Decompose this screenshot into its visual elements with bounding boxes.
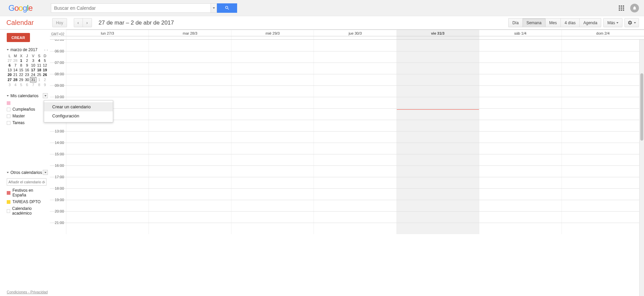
hour-cell[interactable]	[231, 51, 314, 63]
hour-cell[interactable]	[231, 132, 314, 143]
mini-day[interactable]: 24	[30, 72, 36, 77]
hour-cell[interactable]	[396, 109, 479, 120]
hour-cell[interactable]	[314, 97, 396, 108]
view-week[interactable]: Semana	[522, 18, 545, 27]
hour-cell[interactable]	[396, 166, 479, 177]
mini-day[interactable]: 27	[7, 77, 12, 82]
hour-cell[interactable]	[314, 154, 396, 165]
hour-cell[interactable]	[396, 63, 479, 74]
hour-cell[interactable]	[66, 154, 149, 165]
hour-cell[interactable]	[479, 120, 561, 131]
allday-cell[interactable]	[314, 36, 396, 39]
mini-day[interactable]: 5	[42, 58, 48, 63]
calendar-item[interactable]: TAREAS DPTO	[7, 198, 48, 205]
day-header[interactable]: lun 27/3	[66, 30, 149, 36]
view-4days[interactable]: 4 días	[560, 18, 579, 27]
mini-day[interactable]: 3	[30, 58, 36, 63]
hour-cell[interactable]	[314, 109, 396, 120]
prev-week-button[interactable]: ‹	[74, 18, 83, 27]
hour-cell[interactable]	[149, 223, 231, 234]
hour-cell[interactable]	[314, 74, 396, 85]
mini-day[interactable]: 8	[36, 82, 42, 87]
privacy-link[interactable]: Privacidad	[30, 290, 47, 294]
hour-cell[interactable]	[314, 189, 396, 200]
mini-day[interactable]: 31	[30, 77, 36, 82]
hour-cell[interactable]	[149, 40, 231, 51]
hour-cell[interactable]	[396, 74, 479, 85]
view-day[interactable]: Día	[508, 18, 522, 27]
hour-cell[interactable]	[66, 177, 149, 188]
hour-cell[interactable]	[149, 143, 231, 154]
mini-day[interactable]: 22	[18, 72, 24, 77]
mini-day[interactable]: 12	[42, 63, 48, 68]
allday-cell[interactable]	[149, 36, 231, 39]
hour-cell[interactable]	[561, 189, 644, 200]
hour-cell[interactable]	[396, 200, 479, 211]
hour-cell[interactable]	[149, 132, 231, 143]
mini-day[interactable]: 23	[24, 72, 30, 77]
hour-cell[interactable]	[479, 40, 561, 51]
hour-cell[interactable]	[66, 166, 149, 177]
more-button[interactable]: Más	[603, 18, 622, 27]
app-title[interactable]: Calendar	[6, 19, 34, 27]
hour-cell[interactable]	[561, 132, 644, 143]
hour-cell[interactable]	[231, 223, 314, 234]
mini-day[interactable]: 19	[42, 68, 48, 72]
day-header[interactable]: mié 29/3	[231, 30, 314, 36]
mini-day[interactable]: 26	[42, 72, 48, 77]
mini-day[interactable]: 9	[24, 63, 30, 68]
hour-cell[interactable]	[314, 63, 396, 74]
mini-next[interactable]: ›	[47, 48, 48, 52]
hour-cell[interactable]	[479, 166, 561, 177]
day-header[interactable]: vie 31/3	[396, 30, 479, 36]
mini-day[interactable]: 16	[24, 68, 30, 72]
mini-day[interactable]: 4	[36, 58, 42, 63]
mini-day[interactable]: 28	[12, 77, 18, 82]
hour-cell[interactable]	[149, 97, 231, 108]
hour-cell[interactable]	[396, 132, 479, 143]
hour-cell[interactable]	[314, 212, 396, 223]
hour-cell[interactable]	[66, 223, 149, 234]
hour-cell[interactable]	[231, 63, 314, 74]
mini-day[interactable]: 1	[36, 77, 42, 82]
mini-month-label[interactable]: marzo de 2017	[7, 47, 37, 52]
hour-cell[interactable]	[314, 132, 396, 143]
hour-cell[interactable]	[479, 74, 561, 85]
hour-cell[interactable]	[314, 51, 396, 63]
google-logo[interactable]: Google	[8, 3, 32, 13]
search-button[interactable]	[217, 3, 237, 13]
today-button[interactable]: Hoy	[52, 18, 67, 27]
mini-day[interactable]: 10	[30, 63, 36, 68]
hour-cell[interactable]	[561, 154, 644, 165]
mini-day[interactable]: 9	[42, 82, 48, 87]
mini-day[interactable]: 3	[7, 82, 12, 87]
hour-cell[interactable]	[314, 143, 396, 154]
mini-day[interactable]: 17	[30, 68, 36, 72]
hour-cell[interactable]	[396, 86, 479, 97]
hour-cell[interactable]	[66, 40, 149, 51]
hour-cell[interactable]	[396, 97, 479, 108]
hour-cell[interactable]	[479, 212, 561, 223]
hour-cell[interactable]	[479, 63, 561, 74]
hour-cell[interactable]	[314, 177, 396, 188]
hour-cell[interactable]	[66, 132, 149, 143]
create-button[interactable]: CREAR	[7, 33, 30, 42]
mini-day[interactable]: 14	[12, 68, 18, 72]
mini-day[interactable]: 29	[18, 77, 24, 82]
hour-cell[interactable]	[231, 154, 314, 165]
hour-cell[interactable]	[561, 223, 644, 234]
search-dropdown[interactable]	[211, 3, 217, 13]
mini-day[interactable]: 6	[24, 82, 30, 87]
hour-cell[interactable]	[231, 189, 314, 200]
hour-cell[interactable]	[149, 109, 231, 120]
hour-cell[interactable]	[231, 166, 314, 177]
hour-cell[interactable]	[149, 200, 231, 211]
hour-cell[interactable]	[231, 74, 314, 85]
my-calendars-header[interactable]: Mis calendarios	[7, 93, 48, 98]
hour-cell[interactable]	[149, 212, 231, 223]
hour-cell[interactable]	[396, 40, 479, 51]
mini-day[interactable]: 30	[24, 77, 30, 82]
hour-cell[interactable]	[66, 63, 149, 74]
hour-cell[interactable]	[561, 51, 644, 63]
hour-cell[interactable]	[479, 109, 561, 120]
